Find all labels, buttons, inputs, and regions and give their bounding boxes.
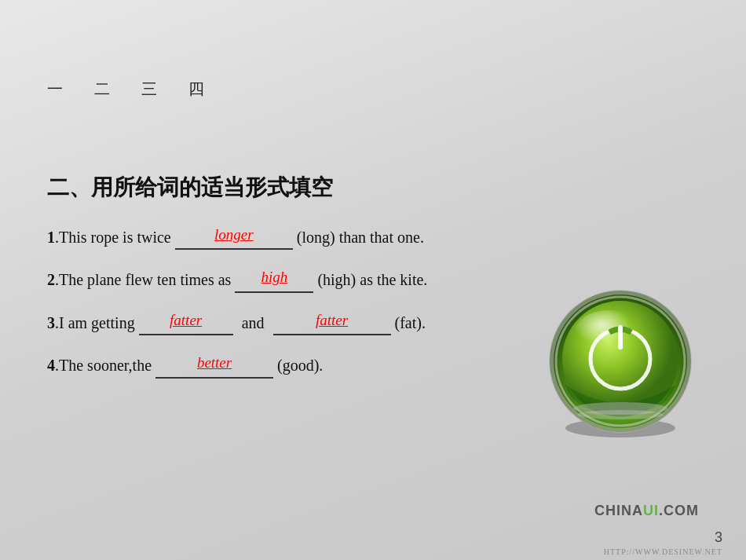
exercise-1-number: 1: [47, 229, 55, 246]
nav-item-1[interactable]: 一: [47, 79, 63, 100]
exercise-2-before: .The plane flew ten times as: [55, 272, 231, 289]
brand-china: CHINA: [594, 503, 643, 518]
chinaui-logo: CHINAUI.COM: [594, 503, 699, 519]
exercise-3-answer1: fatter: [147, 309, 225, 332]
exercise-3-number: 3: [47, 314, 55, 331]
nav-item-4[interactable]: 四: [188, 79, 204, 100]
exercise-1: 1.This rope is twice longer (long) than …: [47, 221, 699, 250]
exercise-3-before: .I am getting: [55, 314, 135, 331]
exercise-3-blank1: fatter: [139, 307, 233, 335]
brand-com: COM: [664, 503, 699, 518]
svg-point-7: [577, 410, 664, 419]
exercise-4-number: 4: [47, 357, 55, 375]
page-number: 3: [715, 529, 722, 546]
nav-item-2[interactable]: 二: [94, 79, 110, 100]
exercise-2-answer: high: [235, 265, 313, 289]
exercise-1-before: .This rope is twice: [55, 229, 171, 246]
exercise-4-before: .The sooner,the: [55, 357, 152, 375]
nav-item-3[interactable]: 三: [141, 79, 157, 100]
exercise-2-after: (high) as the kite.: [317, 272, 427, 289]
bottom-url: HTTP://WWW.DESINEW.NET: [604, 547, 722, 556]
top-navigation: 一 二 三 四: [47, 79, 204, 100]
exercise-2-blank: high: [235, 264, 313, 292]
exercise-4-blank: better: [155, 350, 273, 378]
exercise-1-blank: longer: [175, 221, 293, 250]
exercise-3-middle: and: [242, 314, 265, 331]
exercise-3-blank2: fatter: [273, 307, 391, 335]
exercise-4-after: (good).: [277, 357, 323, 375]
exercise-3-answer2: fatter: [293, 309, 371, 332]
exercise-2-number: 2: [47, 272, 55, 289]
power-button-decoration: [542, 283, 699, 440]
exercise-1-answer: longer: [195, 223, 273, 247]
section-title: 二、用所给词的适当形式填空: [47, 173, 699, 203]
exercise-3-after: (fat).: [395, 314, 426, 331]
exercise-1-after: (long) than that one.: [297, 229, 424, 246]
exercise-4-answer: better: [175, 351, 254, 375]
brand-ui: UI: [643, 503, 659, 518]
